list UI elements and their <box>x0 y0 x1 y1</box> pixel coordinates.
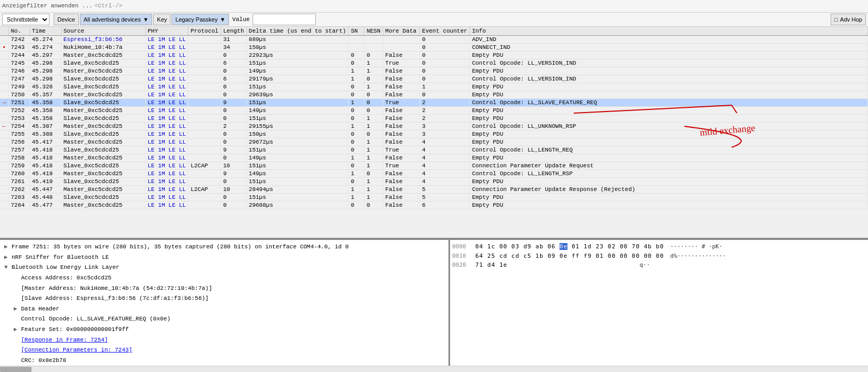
protocol-cell <box>188 91 221 99</box>
sn-cell <box>348 44 364 52</box>
table-row[interactable]: 7256 45.417 Master_0xc5cdcd25 LE 1M LE L… <box>0 138 868 146</box>
more-data-cell <box>383 36 420 44</box>
info-cell: Control Opcode: LL_SLAVE_FEATURE_REQ <box>470 99 867 107</box>
source-cell: Master_0xc5cdcd25 <box>61 107 145 115</box>
phy-badge: LE 1M LE LL <box>148 36 186 43</box>
sn-cell: 0 <box>348 107 364 115</box>
nesn-cell: 1 <box>364 59 383 67</box>
time-cell: 45.357 <box>29 91 61 99</box>
key-button[interactable]: Key <box>153 14 171 25</box>
protocol-cell <box>188 115 221 123</box>
more-data-cell: True <box>383 99 420 107</box>
table-row[interactable]: 7244 45.297 Master_0xc5cdcd25 LE 1M LE L… <box>0 52 868 59</box>
info-cell: Control Opcode: LL_LENGTH_REQ <box>470 146 867 154</box>
dropdown-icon: ▼ <box>143 16 148 23</box>
phy-cell: LE 1M LE LL <box>145 162 188 170</box>
table-row[interactable]: 7257 45.418 Slave_0xc5cdcd25 LE 1M LE LL… <box>0 146 868 154</box>
event-cell: 4 <box>420 162 470 170</box>
phy-cell: LE 1M LE LL <box>145 83 188 91</box>
detail-link[interactable]: [Response in Frame: 7254] <box>21 337 108 343</box>
expand-icon[interactable]: ▶ <box>4 243 12 252</box>
expand-icon[interactable]: ▼ <box>4 263 12 273</box>
table-row[interactable]: 7250 45.357 Master_0xc5cdcd25 LE 1M LE L… <box>0 91 868 99</box>
table-row[interactable]: • 7243 45.274 NukiHome_10:4b:7a LE 1M LE… <box>0 44 868 52</box>
value-input[interactable] <box>253 14 316 25</box>
source-cell: Slave_0xc5cdcd25 <box>61 162 145 170</box>
phy-cell: LE 1M LE LL <box>145 59 188 67</box>
table-row[interactable]: 7246 45.298 Master_0xc5cdcd25 LE 1M LE L… <box>0 67 868 75</box>
delta-cell: 151µs <box>246 83 348 91</box>
table-row[interactable]: 7264 45.477 Master_0xc5cdcd25 LE 1M LE L… <box>0 202 868 209</box>
arrow-cell <box>0 83 8 91</box>
phy-cell: LE 1M LE LL <box>145 194 188 202</box>
nesn-cell: 1 <box>364 146 383 154</box>
time-cell: 45.388 <box>29 130 61 138</box>
nesn-cell <box>364 44 383 52</box>
delta-cell: 151µs <box>246 115 348 123</box>
expand-icon[interactable]: ▶ <box>14 305 21 314</box>
expand-icon[interactable]: ▶ <box>14 325 21 335</box>
table-row[interactable]: 7263 45.448 Slave_0xc5cdcd25 LE 1M LE LL… <box>0 194 868 202</box>
length-cell: 0 <box>221 130 246 138</box>
event-cell: 0 <box>420 52 470 59</box>
info-cell: Control Opcode: LL_VERSION_IND <box>470 59 867 67</box>
all-devices-button[interactable]: All advertising devices ▼ <box>80 14 153 25</box>
nesn-cell: 1 <box>364 138 383 146</box>
table-row[interactable]: ← 7254 45.387 Master_0xc5cdcd25 LE 1M LE… <box>0 123 868 130</box>
sn-cell: 1 <box>348 123 364 130</box>
delta-cell: 150µs <box>246 130 348 138</box>
source-cell: Slave_0xc5cdcd25 <box>61 59 145 67</box>
arrow-cell: → <box>0 99 8 107</box>
table-row[interactable]: 7261 45.419 Slave_0xc5cdcd25 LE 1M LE LL… <box>0 178 868 186</box>
delta-cell: 29608µs <box>246 202 348 209</box>
expand-icon[interactable]: ▶ <box>4 253 12 263</box>
schnittstelle-select[interactable]: Schnittstelle <box>2 14 49 25</box>
table-row[interactable]: 7249 45.328 Slave_0xc5cdcd25 LE 1M LE LL… <box>0 83 868 91</box>
length-cell: 0 <box>221 202 246 209</box>
event-cell: 2 <box>420 107 470 115</box>
no-cell: 7242 <box>8 36 29 44</box>
phy-cell: LE 1M LE LL <box>145 138 188 146</box>
delta-cell: 22923µs <box>246 52 348 59</box>
table-row[interactable]: 7247 45.298 Slave_0xc5cdcd25 LE 1M LE LL… <box>0 75 868 83</box>
table-row[interactable]: 7245 45.298 Slave_0xc5cdcd25 LE 1M LE LL… <box>0 59 868 67</box>
source-cell: Slave_0xc5cdcd25 <box>61 115 145 123</box>
arrow-cell <box>0 75 8 83</box>
legacy-passkey-button[interactable]: Legacy Passkey ▼ <box>172 14 229 25</box>
phy-badge: LE 1M LE LL <box>148 163 186 169</box>
sn-cell: 1 <box>348 154 364 162</box>
table-row[interactable]: 7242 45.274 Espressi_f3:b6:56 LE 1M LE L… <box>0 36 868 44</box>
table-row[interactable]: 7253 45.358 Slave_0xc5cdcd25 LE 1M LE LL… <box>0 115 868 123</box>
length-cell: 6 <box>221 75 246 83</box>
table-row[interactable]: 7259 45.418 Slave_0xc5cdcd25 LE 1M LE LL… <box>0 162 868 170</box>
more-data-cell: False <box>383 91 420 99</box>
device-button[interactable]: Device <box>54 14 79 25</box>
more-data-cell: False <box>383 178 420 186</box>
protocol-cell <box>188 130 221 138</box>
nesn-cell: 0 <box>364 99 383 107</box>
detail-item[interactable]: [Response in Frame: 7254] <box>2 335 446 346</box>
table-row[interactable]: 7255 45.388 Slave_0xc5cdcd25 LE 1M LE LL… <box>0 130 868 138</box>
table-row[interactable]: 7258 45.418 Master_0xc5cdcd25 LE 1M LE L… <box>0 154 868 162</box>
source-cell: Master_0xc5cdcd25 <box>61 123 145 130</box>
table-row[interactable]: 7252 45.358 Master_0xc5cdcd25 LE 1M LE L… <box>0 107 868 115</box>
adv-hop-button[interactable]: □ Adv Hop <box>831 14 866 25</box>
phy-badge: LE 1M LE LL <box>148 60 186 66</box>
length-cell: 0 <box>221 138 246 146</box>
table-row[interactable]: 7262 45.447 Master_0xc5cdcd25 LE 1M LE L… <box>0 186 868 194</box>
table-row[interactable]: 7260 45.419 Master_0xc5cdcd25 LE 1M LE L… <box>0 170 868 178</box>
table-row[interactable]: → 7251 45.358 Slave_0xc5cdcd25 LE 1M LE … <box>0 99 868 107</box>
packet-table-wrapper[interactable]: No. Time Source PHY Protocol Length Delt… <box>0 27 868 239</box>
nesn-cell: 0 <box>364 52 383 59</box>
delta-cell: 29639µs <box>246 91 348 99</box>
length-cell: 16 <box>221 162 246 170</box>
hex-ascii: ········ # ·pK· <box>670 242 722 252</box>
col-protocol: Protocol <box>188 27 221 36</box>
time-cell: 45.387 <box>29 123 61 130</box>
event-cell: 2 <box>420 99 470 107</box>
detail-link[interactable]: [Connection Parameters in: 7243] <box>21 347 132 353</box>
horizontal-scrollbar[interactable] <box>0 366 868 372</box>
detail-item[interactable]: [Connection Parameters in: 7243] <box>2 345 446 356</box>
more-data-cell <box>383 44 420 52</box>
hex-row: 0010 64 25 cd cd c5 1b 09 0e ff f9 01 00… <box>452 252 866 261</box>
